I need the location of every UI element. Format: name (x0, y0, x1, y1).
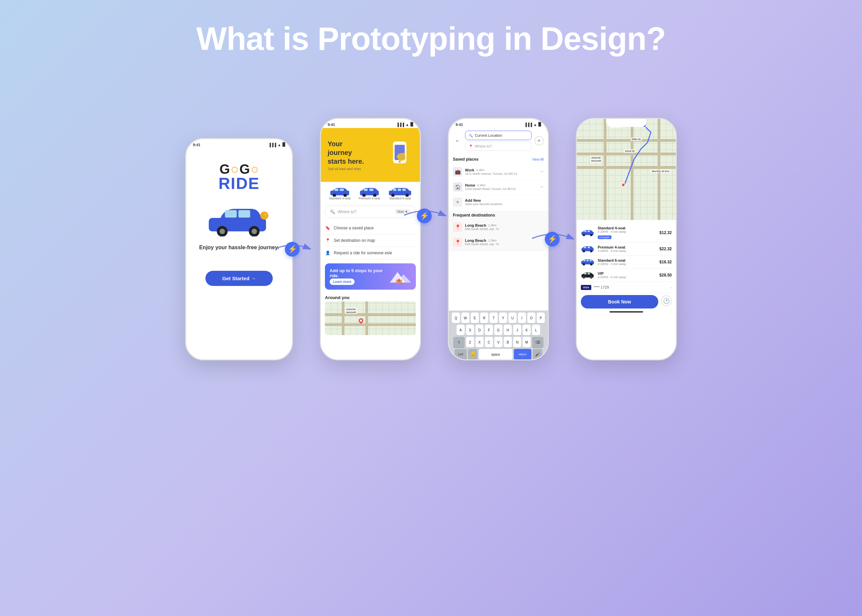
home-indicator-4 (609, 311, 643, 313)
map-label-murthy: Murthy St Ext (651, 170, 670, 173)
key-return[interactable]: return (514, 349, 531, 360)
phone-2: 9:41 ▐▐▐ ▲ ▉ Your journey starts here. J… (320, 118, 421, 360)
current-location-input[interactable]: 🔍 Current Location (465, 131, 532, 140)
signal-3: ▐▐▐ (524, 123, 532, 127)
key-b[interactable]: B (504, 337, 512, 347)
car-standard-6[interactable]: Standard 6-seat (388, 187, 412, 200)
learn-more-button[interactable]: Learn more (330, 278, 355, 285)
key-123[interactable]: 123 (455, 349, 467, 360)
key-emoji[interactable]: 😊 (468, 349, 477, 360)
cheaper-badge: Cheaper (598, 236, 611, 239)
menu-item-someone[interactable]: 👤 Request a ride for someone esle (325, 247, 416, 259)
key-n[interactable]: N (513, 337, 521, 347)
car-standard-4[interactable]: Standard 4-seat (329, 187, 350, 200)
mountains-illustration (387, 268, 411, 285)
map-preview-2: ASHOKNAGAR (325, 302, 416, 335)
svg-rect-37 (584, 247, 586, 248)
car-std6-label: Standard 6-seat (389, 197, 411, 200)
key-k[interactable]: K (523, 325, 531, 335)
saved-places-section: Saved places View All 💼 Work 2.3km 1671 … (449, 154, 548, 211)
lightning-2: ⚡ (417, 209, 432, 223)
key-u[interactable]: U (509, 313, 517, 323)
search-pin-icon: 🔍 (469, 134, 473, 137)
car-premium-4[interactable]: Premium 4-seat (359, 187, 380, 200)
map-area: 3rd Ave 29th St 22nd St ASHOKNAGAR Murth… (577, 119, 676, 220)
place-item-home[interactable]: 🏠 Home 4.3km 1234 Desert Road, Tucson, A… (453, 179, 544, 195)
lightning-1: ⚡ (285, 242, 300, 257)
battery-2: ▉ (410, 122, 413, 127)
book-button[interactable]: Book Now (581, 295, 658, 308)
ride-time-vip: 4:23PM - 6 min away (598, 275, 656, 279)
svg-rect-32 (584, 230, 587, 232)
key-t[interactable]: T (490, 313, 498, 323)
menu-item-map[interactable]: 📍 Set destination on map (325, 234, 416, 247)
key-q[interactable]: Q (452, 313, 460, 323)
payment-row[interactable]: VISA **** 1729 › (581, 282, 672, 293)
key-p[interactable]: P (537, 313, 545, 323)
key-f[interactable]: F (485, 325, 493, 335)
key-row-1: Q W E R T Y U I O P (450, 313, 546, 323)
key-m[interactable]: M (523, 337, 531, 347)
wifi-icon: ▲ (278, 143, 281, 147)
tagline: Enjoy your hassle-free journey. (199, 245, 279, 251)
home-edit-icon[interactable]: ✏ (540, 185, 544, 189)
ride-option-std6[interactable]: Standard 6-seat 4:20PM - 3 min away $16.… (581, 256, 672, 269)
key-z[interactable]: Z (466, 337, 474, 347)
bookmark-icon: 🔖 (325, 225, 330, 231)
banner-title: Your journey starts here. (328, 140, 368, 166)
add-new-place[interactable]: + Add New Save your favorite locations (453, 195, 544, 209)
destination-input[interactable]: 📍 Where to? (465, 141, 532, 151)
key-h[interactable]: H (504, 325, 512, 335)
key-space[interactable]: space (479, 349, 512, 360)
key-y[interactable]: Y (499, 313, 507, 323)
work-edit-icon[interactable]: ✏ (540, 170, 544, 174)
key-g[interactable]: G (494, 325, 502, 335)
view-all-link[interactable]: View All (532, 158, 544, 161)
key-backspace[interactable]: ⌫ (532, 337, 543, 347)
search-icon: 🔍 (330, 209, 335, 214)
current-location-text: Current Location (475, 134, 502, 137)
get-started-button[interactable]: Get Started → (206, 271, 273, 286)
key-e[interactable]: E (471, 313, 479, 323)
ride-car-icon-2 (581, 245, 594, 252)
key-j[interactable]: J (513, 325, 521, 335)
key-d[interactable]: D (476, 325, 484, 335)
key-w[interactable]: W (461, 313, 469, 323)
add-stop-button[interactable]: + (534, 136, 544, 146)
key-shift[interactable]: ⇧ (453, 337, 465, 347)
ride-option-vip[interactable]: VIP 4:23PM - 6 min away $28.50 (581, 269, 672, 282)
key-c[interactable]: C (485, 337, 493, 347)
freq-dist-2: 1.3km (488, 239, 497, 242)
key-mic[interactable]: 🎤 (533, 349, 542, 360)
key-l[interactable]: L (532, 325, 540, 335)
freq-title: Frequent destinations (453, 213, 544, 218)
phone-1-container: 9:41 ▐▐▐ ▲ ▉ G ○ G ○ RIDE (185, 138, 293, 360)
ride-option-std4[interactable]: Standard 4-seat 4:23PM - 6 min away Chea… (581, 223, 672, 242)
add-new-sub: Save your favorite locations (465, 203, 502, 206)
place-item-work[interactable]: 💼 Work 2.3km 1671 North Avenue, Tucson, … (453, 164, 544, 179)
key-x[interactable]: X (476, 337, 484, 347)
banner-text-area: Your journey starts here. Just sit back … (328, 140, 368, 171)
booking-panel: Standard 4-seat 4:23PM - 6 min away Chea… (577, 220, 676, 359)
key-v[interactable]: V (494, 337, 502, 347)
saved-title: Saved places (453, 157, 479, 162)
key-a[interactable]: A (457, 325, 465, 335)
key-i[interactable]: I (518, 313, 526, 323)
ride-name-vip: VIP (598, 272, 656, 275)
key-s[interactable]: S (466, 325, 474, 335)
back-button[interactable]: ← (453, 136, 462, 146)
key-r[interactable]: R (480, 313, 488, 323)
svg-rect-24 (398, 189, 401, 191)
banner-illustration (386, 138, 413, 172)
ride-name-std4: Standard 4-seat (598, 226, 656, 230)
ride-option-prem4[interactable]: Premium 4-seat 4:26PM - 8 min away $22.3… (581, 242, 672, 256)
map-pin-icon: 📍 (325, 238, 330, 243)
svg-rect-48 (584, 273, 587, 275)
ride-time-prem4: 4:26PM - 8 min away (598, 249, 656, 253)
svg-rect-42 (584, 260, 586, 261)
map-label-ashok: ASHOKNAGAR (590, 156, 602, 163)
schedule-button[interactable]: 🕐 (661, 295, 672, 306)
road-h2 (325, 323, 416, 326)
svg-point-4 (220, 229, 225, 234)
key-o[interactable]: O (527, 313, 535, 323)
